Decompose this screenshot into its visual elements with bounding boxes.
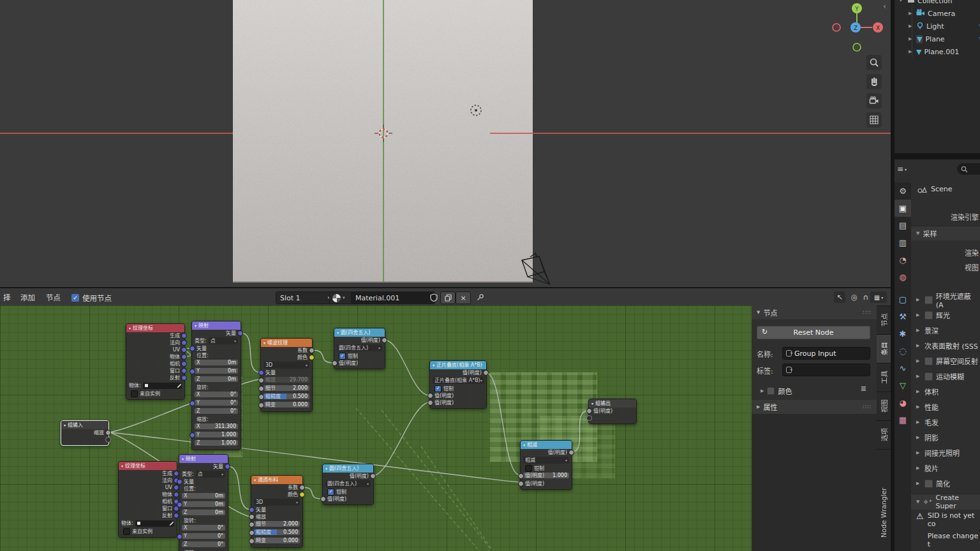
section-屏幕空间反射[interactable]: ▶屏幕空间反射 (911, 353, 980, 369)
output-socket-row[interactable]: 物体 (119, 491, 177, 498)
node-header[interactable]: ▾圆(四舍五入) (334, 328, 385, 337)
value-field[interactable]: 畸变0.000 (261, 401, 312, 409)
expand-arrow-icon[interactable]: ▶ (916, 389, 921, 394)
sidebar-tab-视图[interactable]: 视图 (877, 392, 891, 420)
output-socket-row[interactable]: 相机 (126, 360, 184, 367)
node-noise-texture-2[interactable]: ▾通透布料系数颜色3D▾矢量缩放细节2.000粗糙度0.500畸变0.000 (251, 475, 303, 548)
expand-arrow-icon[interactable]: ▶ (916, 420, 921, 425)
value-socket[interactable] (332, 360, 338, 366)
expand-arrow-icon[interactable]: ▶ (909, 24, 914, 29)
section-checkbox[interactable] (924, 357, 933, 365)
value-field[interactable]: Y0° (192, 399, 241, 408)
input-socket-row[interactable]: 矢量 (251, 506, 302, 513)
node-header[interactable]: ▾组输出 (589, 399, 636, 408)
eyedropper-icon[interactable] (177, 383, 181, 388)
checkbox-icon[interactable] (525, 465, 532, 472)
value-field[interactable]: X0° (179, 524, 228, 533)
snap-target-dropdown[interactable]: ▦▾ (870, 291, 887, 303)
output-socket-row[interactable]: 值(明度) (323, 473, 373, 480)
value-field[interactable]: X0m (192, 359, 241, 367)
section-checkbox[interactable] (924, 296, 933, 304)
proportional-edit-icon[interactable]: ◎ (849, 291, 860, 303)
texture-properties-tab-icon[interactable]: ▦ (895, 411, 911, 429)
output-socket-row[interactable]: 颜色 (261, 354, 312, 361)
vector-socket[interactable] (189, 432, 195, 438)
output-socket-row[interactable]: 值(明度) (430, 369, 486, 376)
node-group-input[interactable]: ▾组输入缩放 (61, 420, 109, 446)
output-socket-row[interactable]: 系数 (261, 347, 312, 354)
value-socket[interactable] (258, 394, 264, 400)
value-socket[interactable] (249, 514, 255, 520)
output-socket-row[interactable]: 物体 (126, 353, 184, 360)
node-dropdown[interactable]: 相减▾ (521, 456, 572, 464)
outliner-item-label[interactable]: Plane (925, 35, 944, 43)
input-socket-row[interactable] (589, 415, 636, 422)
node-header[interactable]: ▾组输入 (61, 421, 108, 429)
value-socket[interactable] (249, 538, 255, 544)
vector-socket[interactable] (177, 479, 182, 485)
checkbox-row[interactable]: 钳制 (521, 464, 572, 472)
section-次表面散射SSS[interactable]: ▶次表面散射 (SSS (911, 338, 980, 353)
output-socket-row[interactable]: 反射 (126, 374, 184, 381)
presets-list-icon[interactable]: ≣ (861, 385, 866, 393)
node-header[interactable]: ▾映射 (192, 321, 241, 330)
expand-arrow-icon[interactable]: ▶ (909, 49, 914, 54)
output-socket-row[interactable]: 生成 (119, 470, 177, 477)
node-dropdown[interactable]: 3D▾ (251, 498, 302, 506)
hand-icon[interactable] (866, 74, 882, 89)
constraints-properties-tab-icon[interactable]: ∿ (895, 360, 911, 377)
value-socket[interactable] (518, 481, 524, 487)
sidebar-tab-工具[interactable]: 工具 (877, 363, 891, 392)
output-socket-row[interactable]: 缩放 (61, 429, 108, 436)
value-field[interactable]: 粗糙度0.500 (251, 529, 302, 537)
node-noise-texture-1[interactable]: ▾噪波纹理系数颜色3D▾矢量缩放29.700细节2.000粗糙度0.500畸变0… (260, 338, 313, 412)
editor-type-menu[interactable]: ≡▾ (897, 165, 907, 173)
node-math-round-2[interactable]: ▾圆(四舍五入)值(明度)圆(四舍五入)▾✓钳制值(明度) (322, 464, 374, 505)
camera-view-icon[interactable] (866, 93, 882, 108)
vector-socket[interactable] (189, 369, 195, 374)
magnet-snap-icon[interactable]: ∩ (861, 291, 870, 303)
node-header[interactable]: ▾正片叠底(相乘 A*B) (430, 361, 486, 369)
section-运动模糊[interactable]: ▶运动模糊 (911, 369, 980, 384)
outliner-row-plane[interactable]: ▶▼Plane▽ (895, 33, 980, 45)
expand-arrow-icon[interactable]: ▶ (909, 36, 914, 41)
output-socket-row[interactable]: UV (126, 346, 184, 353)
output-socket-row[interactable]: 生成 (126, 332, 184, 339)
outliner-item-label[interactable]: Collection (917, 0, 952, 5)
value-socket[interactable] (299, 485, 305, 490)
node-group-output[interactable]: ▾组输出值(明度) (588, 399, 637, 424)
expand-arrow-icon[interactable]: ▶ (916, 297, 921, 302)
output-socket-row[interactable]: 矢量 (192, 330, 241, 337)
outliner[interactable]: ▾Collection▶Camera▶Light▽▶▼Plane▽▶▼Plane… (895, 0, 980, 153)
expand-arrow-icon[interactable]: ▾ (900, 0, 905, 3)
expand-arrow-icon[interactable]: ▶ (916, 481, 921, 486)
virtual-socket[interactable] (586, 415, 592, 421)
section-辉光[interactable]: ▶辉光 (911, 307, 980, 323)
tool-properties-tab-icon[interactable]: ⚙ (895, 182, 911, 200)
expand-arrow-icon[interactable]: ▶ (916, 450, 921, 455)
node-header[interactable]: ▾纹理坐标 (119, 462, 177, 470)
menu-select[interactable]: 择 (3, 292, 11, 302)
node-dropdown[interactable]: 圆(四舍五入)▾ (323, 480, 373, 488)
value-socket[interactable] (586, 408, 592, 414)
value-socket[interactable] (483, 370, 489, 376)
value-socket[interactable] (258, 402, 264, 408)
vector-socket[interactable] (225, 464, 230, 469)
checkbox-row[interactable]: ✓钳制 (334, 352, 385, 360)
value-field[interactable]: Y0° (179, 533, 228, 541)
grid-ortho-icon[interactable] (866, 112, 882, 128)
vector-socket[interactable] (258, 370, 264, 376)
node-header[interactable]: ▾圆(四舍五入) (323, 464, 373, 473)
vector-socket[interactable] (181, 375, 187, 381)
object-properties-tab-icon[interactable]: ▢ (895, 291, 911, 308)
checkbox-icon[interactable]: ✓ (339, 353, 346, 360)
value-field[interactable]: 值(明度)1.000 (521, 472, 572, 480)
vector-socket[interactable] (189, 346, 195, 351)
value-field[interactable]: Y0m (192, 367, 241, 376)
output-socket-row[interactable] (61, 436, 108, 443)
input-socket-row[interactable]: 值(明度) (521, 480, 572, 487)
input-socket-row[interactable]: 缩放 (251, 513, 302, 520)
outliner-row-light[interactable]: ▶Light▽ (895, 20, 980, 33)
value-socket[interactable] (320, 496, 326, 502)
sampling-section[interactable]: ▼ 采样 (911, 226, 980, 240)
